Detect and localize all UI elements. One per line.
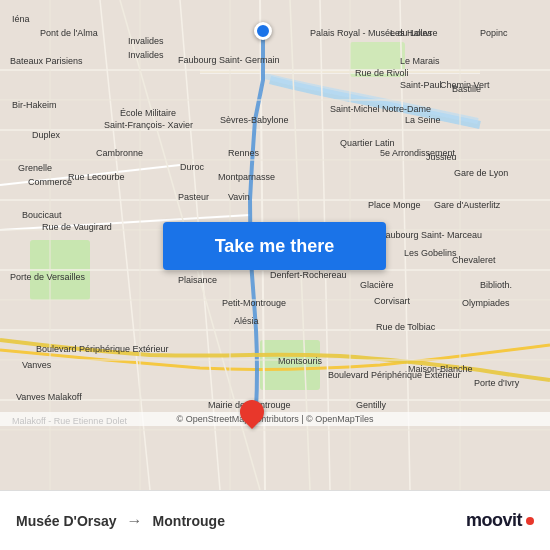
svg-rect-2 xyxy=(260,340,320,390)
destination-label: Montrouge xyxy=(153,513,225,529)
route-info: Musée D'Orsay → Montrouge xyxy=(16,512,466,530)
moovit-logo: moovit xyxy=(466,510,534,531)
map-container: IénaPont de l'AlmaInvalidesInvalidesPala… xyxy=(0,0,550,490)
route-arrow: → xyxy=(127,512,143,530)
copyright-text: © OpenStreetMap contributors | © OpenMap… xyxy=(0,412,550,426)
moovit-dot-icon xyxy=(526,517,534,525)
moovit-brand-text: moovit xyxy=(466,510,522,531)
footer: Musée D'Orsay → Montrouge moovit xyxy=(0,490,550,550)
take-me-there-button[interactable]: Take me there xyxy=(163,222,386,270)
origin-label: Musée D'Orsay xyxy=(16,513,117,529)
origin-marker xyxy=(254,22,272,40)
